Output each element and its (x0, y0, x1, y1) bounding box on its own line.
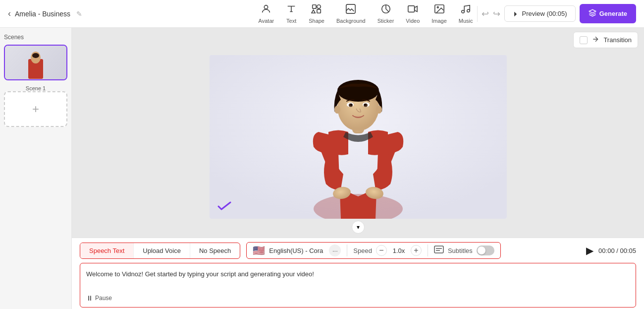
scenes-label: Scenes (4, 34, 67, 41)
subtitles-icon (434, 246, 444, 255)
collapse-panel-button[interactable]: ▾ (352, 221, 365, 234)
main-area: Scenes Scene 1 + (0, 28, 644, 309)
background-tool-button[interactable]: Background (336, 3, 366, 24)
speed-decrease-button[interactable]: − (376, 245, 387, 256)
svg-point-26 (364, 104, 366, 106)
add-scene-icon: + (32, 102, 39, 116)
generate-button[interactable]: Generate (580, 4, 636, 23)
canvas-area: Transition (72, 28, 644, 238)
bottom-panel: Speech Text Upload Voice No Speech 🇺🇸 En… (72, 238, 644, 309)
transition-checkbox[interactable] (580, 36, 588, 44)
control-divider-2 (428, 245, 428, 256)
tabs-controls-row: Speech Text Upload Voice No Speech 🇺🇸 En… (80, 238, 636, 261)
preview-play-icon: ⏵ (513, 10, 519, 17)
svg-rect-1 (313, 5, 316, 8)
tab-no-speech[interactable]: No Speech (190, 243, 240, 258)
svg-point-28 (376, 106, 382, 114)
background-tool-label: Background (336, 18, 366, 24)
video-tool-label: Video (406, 18, 420, 24)
scene-thumbnail-content (5, 46, 66, 79)
svg-point-2 (317, 5, 321, 8)
control-divider-1 (347, 245, 347, 256)
speech-tabs: Speech Text Upload Voice No Speech (80, 243, 240, 259)
shape-tool-button[interactable]: Shape (309, 3, 324, 24)
svg-rect-3 (317, 9, 321, 13)
text-icon (286, 3, 297, 17)
toolbar-divider (477, 6, 478, 22)
music-tool-label: Music (459, 18, 473, 24)
script-area[interactable]: Welcome to Vidnoz! Get started by typing… (80, 263, 636, 308)
preview-label: Preview (00:05) (522, 10, 567, 17)
top-nav: ‹ Amelia - Business ✎ Avatar Text (0, 0, 644, 28)
avatar-tool-label: Avatar (259, 18, 274, 24)
svg-point-9 (462, 10, 465, 13)
svg-point-10 (467, 9, 470, 12)
svg-rect-6 (408, 6, 415, 12)
avatar-icon (261, 3, 271, 17)
image-tool-label: Image (431, 18, 447, 24)
sticker-tool-button[interactable]: Sticker (377, 3, 394, 24)
chevron-down-icon: ▾ (357, 224, 360, 231)
watermark-icon (217, 201, 231, 211)
speed-label: Speed (353, 247, 372, 254)
music-tool-button[interactable]: Music (459, 3, 473, 24)
svg-point-20 (337, 80, 379, 102)
video-icon (407, 3, 418, 17)
subtitles-control: Subtitles (434, 246, 494, 255)
pause-icon: ⏸ (86, 294, 93, 302)
flag-icon: 🇺🇸 (253, 245, 265, 256)
subtitles-label: Subtitles (448, 247, 473, 254)
background-icon (345, 3, 356, 17)
image-icon (434, 3, 445, 17)
language-selector[interactable]: 🇺🇸 English(US) - Cora (253, 245, 323, 256)
canvas-frame (210, 55, 507, 219)
transition-icon (591, 35, 599, 45)
avatar-canvas-svg (210, 55, 507, 219)
transition-bar: Transition (573, 32, 638, 48)
project-title: Amelia - Business (15, 10, 70, 18)
avatar-tool-button[interactable]: Avatar (259, 3, 274, 24)
subtitles-toggle[interactable] (477, 246, 494, 255)
svg-point-27 (334, 106, 340, 114)
music-icon (460, 3, 471, 17)
undo-button[interactable]: ↩ (482, 8, 489, 19)
toolbar: Avatar Text Shape (259, 3, 473, 24)
toggle-knob (478, 247, 485, 254)
scene-1-thumbnail[interactable] (4, 45, 67, 80)
language-name: English(US) - Cora (269, 247, 323, 254)
sidebar: Scenes Scene 1 + (0, 28, 72, 309)
svg-point-25 (350, 104, 352, 106)
shape-tool-label: Shape (309, 18, 324, 24)
generate-label: Generate (599, 10, 627, 17)
scene-avatar-svg (21, 47, 51, 79)
preview-button[interactable]: ⏵ Preview (00:05) (504, 5, 576, 22)
scene-1-label: Scene 1 (4, 85, 67, 91)
voice-controls: 🇺🇸 English(US) - Cora ··· Speed − 1.0x + (246, 242, 501, 259)
tab-upload-voice[interactable]: Upload Voice (134, 243, 190, 258)
speed-value: 1.0x (391, 247, 407, 254)
script-text: Welcome to Vidnoz! Get started by typing… (86, 269, 630, 279)
tab-speech-text[interactable]: Speech Text (80, 243, 134, 258)
redo-button[interactable]: ↪ (493, 8, 500, 19)
back-button[interactable]: ‹ (8, 8, 11, 19)
image-tool-button[interactable]: Image (431, 3, 447, 24)
language-more-button[interactable]: ··· (329, 245, 341, 256)
transition-label: Transition (603, 36, 632, 44)
shape-icon (311, 3, 322, 17)
play-button[interactable]: ▶ (586, 245, 593, 256)
text-tool-button[interactable]: Text (286, 3, 297, 24)
pause-button[interactable]: ⏸ Pause (86, 294, 112, 302)
svg-point-0 (265, 5, 268, 9)
edit-icon[interactable]: ✎ (76, 10, 82, 18)
svg-point-13 (32, 53, 39, 58)
pause-label: Pause (95, 295, 112, 302)
undo-redo-group: ↩ ↪ (482, 8, 500, 19)
time-display: 00:00 / 00:05 (598, 247, 636, 254)
watermark (217, 201, 231, 214)
playback-control: ▶ 00:00 / 00:05 (586, 245, 636, 256)
speed-increase-button[interactable]: + (411, 245, 422, 256)
add-scene-button[interactable]: + (4, 91, 67, 127)
svg-rect-29 (434, 246, 443, 253)
video-tool-button[interactable]: Video (406, 3, 420, 24)
sticker-tool-label: Sticker (377, 18, 394, 24)
